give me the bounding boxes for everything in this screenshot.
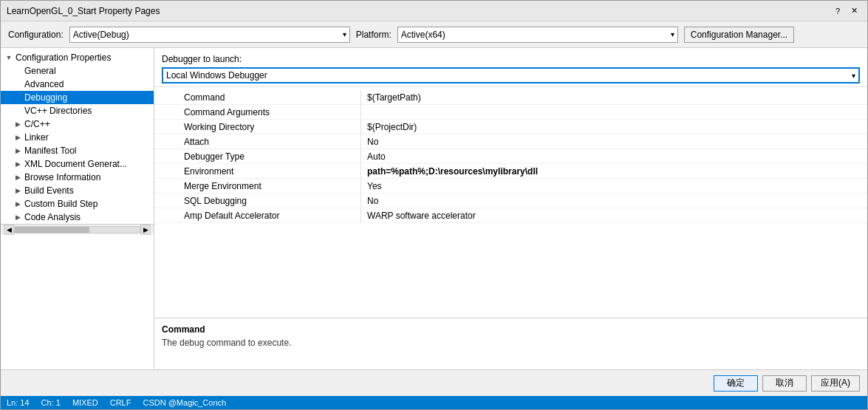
scroll-thumb (15, 227, 89, 233)
tree-item-custom-build[interactable]: ▶ Custom Build Step (1, 197, 154, 211)
tree-item-browse-info[interactable]: ▶ Browse Information (1, 171, 154, 184)
help-button[interactable]: ? (830, 4, 845, 18)
scroll-left-icon[interactable]: ◀ (4, 225, 14, 235)
window-title: LearnOpenGL_0_Start Property Pages (7, 6, 160, 16)
main-content: ▼ Configuration Properties General Advan… (1, 48, 867, 369)
prop-value-working-dir: $(ProjectDir) (361, 120, 867, 134)
debugger-dropdown[interactable]: Local Windows Debugger ▾ (162, 67, 860, 83)
prop-row-command-args[interactable]: Command Arguments (154, 105, 867, 120)
tree-build-expand-icon: ▶ (13, 185, 23, 196)
platform-chevron-icon: ▾ (671, 30, 674, 38)
tree-item-build-events[interactable]: ▶ Build Events (1, 184, 154, 197)
tree-item-manifest-tool[interactable]: ▶ Manifest Tool (1, 144, 154, 157)
scroll-right-icon[interactable]: ▶ (140, 225, 151, 235)
prop-row-environment[interactable]: Environment path=%path%;D:\resources\myl… (154, 164, 867, 179)
prop-name-sql-debug: SQL Debugging (154, 194, 361, 208)
tree-item-general[interactable]: General (1, 64, 154, 78)
tree-label-linker: Linker (23, 132, 49, 143)
tree-browse-expand-icon: ▶ (13, 172, 23, 182)
tree-item-code-analysis[interactable]: ▶ Code Analysis (1, 211, 154, 224)
tree-item-cpp[interactable]: ▶ C/C++ (1, 117, 154, 131)
prop-value-command-args (361, 105, 867, 119)
prop-row-attach[interactable]: Attach No (154, 134, 867, 149)
tree-label-custom-build: Custom Build Step (23, 199, 98, 209)
tree-label-xml-doc: XML Document Generat... (23, 159, 127, 169)
tree-advanced-expand-icon (13, 79, 23, 89)
tree-cpp-expand-icon: ▶ (13, 119, 23, 129)
debugger-label: Debugger to launch: (162, 54, 860, 64)
tree-root-label: Configuration Properties (14, 52, 111, 63)
tree-general-expand-icon (13, 66, 23, 76)
tree-label-vc-directories: VC++ Directories (23, 106, 92, 116)
debugger-section: Debugger to launch: Local Windows Debugg… (154, 48, 867, 87)
tree-label-general: General (23, 66, 56, 76)
status-watermark: CSDN @Magic_Conch (143, 398, 226, 407)
scroll-track[interactable] (14, 226, 140, 233)
status-ch: Ch: 1 (41, 398, 61, 407)
prop-row-merge-env[interactable]: Merge Environment Yes (154, 179, 867, 194)
tree-item-debugging[interactable]: Debugging (1, 91, 154, 104)
property-grid: Command $(TargetPath) Command Arguments … (154, 87, 867, 318)
tree-custom-expand-icon: ▶ (13, 199, 23, 209)
prop-row-amp-accel[interactable]: Amp Default Accelerator WARP software ac… (154, 208, 867, 223)
prop-value-merge-env: Yes (361, 179, 867, 193)
config-value: Active(Debug) (73, 30, 129, 40)
status-crlf: CRLF (110, 398, 131, 407)
title-bar: LearnOpenGL_0_Start Property Pages ? ✕ (1, 1, 867, 21)
prop-value-environment: path=%path%;D:\resources\mylibrary\dll (361, 164, 867, 178)
prop-value-amp-accel: WARP software accelerator (361, 208, 867, 222)
tree-label-manifest-tool: Manifest Tool (23, 146, 76, 156)
prop-value-attach: No (361, 134, 867, 148)
ok-button[interactable]: 确定 (714, 375, 758, 392)
tree-item-vc-directories[interactable]: VC++ Directories (1, 104, 154, 117)
prop-name-merge-env: Merge Environment (154, 179, 361, 193)
prop-name-attach: Attach (154, 134, 361, 148)
tree-root[interactable]: ▼ Configuration Properties (1, 51, 154, 64)
prop-name-amp-accel: Amp Default Accelerator (154, 208, 361, 222)
title-bar-right: ? ✕ (830, 4, 861, 18)
title-bar-left: LearnOpenGL_0_Start Property Pages (7, 6, 160, 16)
prop-value-command: $(TargetPath) (361, 90, 867, 104)
status-bar: Ln: 14 Ch: 1 MIXED CRLF CSDN @Magic_Conc… (1, 396, 867, 409)
right-panel: Debugger to launch: Local Windows Debugg… (154, 48, 867, 369)
tree-manifest-expand-icon: ▶ (13, 146, 23, 156)
prop-name-command-args: Command Arguments (154, 105, 361, 119)
left-panel: ▼ Configuration Properties General Advan… (1, 48, 154, 369)
prop-name-working-dir: Working Directory (154, 120, 361, 134)
config-dropdown[interactable]: Active(Debug) ▾ (69, 27, 350, 43)
prop-row-debugger-type[interactable]: Debugger Type Auto (154, 149, 867, 164)
tree-item-linker[interactable]: ▶ Linker (1, 131, 154, 144)
tree-label-browse-info: Browse Information (23, 172, 100, 182)
info-title: Command (162, 324, 860, 335)
tree-label-build-events: Build Events (23, 185, 74, 196)
close-button[interactable]: ✕ (847, 4, 861, 18)
tree-linker-expand-icon: ▶ (13, 132, 23, 143)
status-mixed: MIXED (72, 398, 98, 407)
info-panel: Command The debug command to execute. (154, 318, 867, 369)
config-label: Configuration: (8, 30, 64, 40)
tree-root-expand-icon: ▼ (4, 52, 14, 63)
tree-label-cpp: C/C++ (23, 119, 50, 129)
main-window: LearnOpenGL_0_Start Property Pages ? ✕ C… (0, 0, 868, 410)
prop-value-debugger-type: Auto (361, 149, 867, 163)
tree-code-expand-icon: ▶ (13, 212, 23, 222)
prop-row-working-dir[interactable]: Working Directory $(ProjectDir) (154, 120, 867, 134)
platform-value: Active(x64) (401, 30, 445, 40)
configuration-manager-button[interactable]: Configuration Manager... (684, 27, 794, 43)
platform-dropdown[interactable]: Active(x64) ▾ (397, 27, 678, 43)
tree-label-advanced: Advanced (23, 79, 64, 89)
tree-debugging-expand-icon (13, 92, 23, 103)
prop-row-sql-debug[interactable]: SQL Debugging No (154, 194, 867, 208)
info-description: The debug command to execute. (162, 338, 860, 348)
cancel-button[interactable]: 取消 (762, 375, 807, 392)
tree-item-xml-doc[interactable]: ▶ XML Document Generat... (1, 157, 154, 171)
apply-button[interactable]: 应用(A) (811, 375, 860, 392)
tree-item-advanced[interactable]: Advanced (1, 78, 154, 91)
tree-label-code-analysis: Code Analysis (23, 212, 81, 222)
prop-row-command[interactable]: Command $(TargetPath) (154, 90, 867, 105)
tree-vc-expand-icon (13, 106, 23, 116)
prop-name-debugger-type: Debugger Type (154, 149, 361, 163)
toolbar: Configuration: Active(Debug) ▾ Platform:… (1, 21, 867, 48)
tree-scrollbar[interactable]: ◀ ▶ (1, 224, 154, 234)
prop-value-sql-debug: No (361, 194, 867, 208)
